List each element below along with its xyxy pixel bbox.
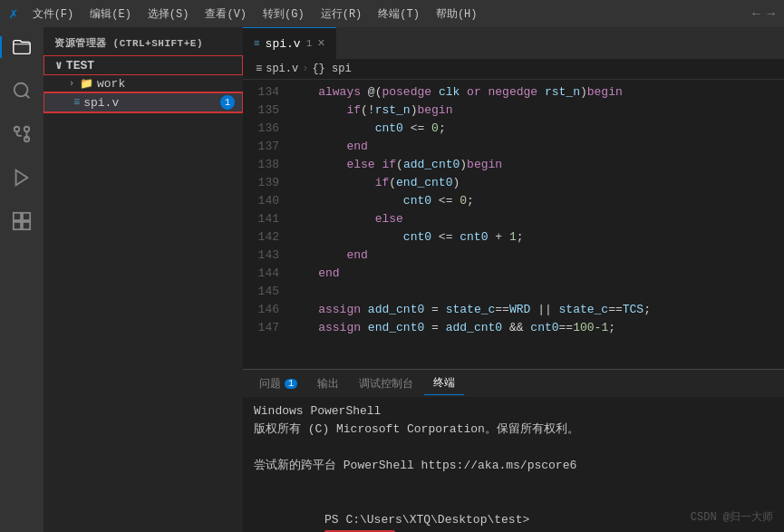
svg-line-2 [25,94,29,98]
menu-select[interactable]: 选择(S) [140,5,197,24]
run-debug-icon[interactable] [9,165,34,190]
collapse-icon: ∨ [55,58,63,73]
tab-debug-console[interactable]: 调试控制台 [350,372,422,395]
back-icon[interactable]: ← [752,6,760,21]
code-line-137: end [286,138,784,156]
tab-terminal[interactable]: 终端 [424,372,464,395]
terminal-panel: 问题 1 输出 调试控制台 终端 Windows PowerShell 版权所有… [243,369,784,532]
panel-tab-bar: 问题 1 输出 调试控制台 终端 [243,370,784,397]
watermark: CSDN @归一大师 [691,509,773,525]
menu-bar[interactable]: 文件(F) 编辑(E) 选择(S) 查看(V) 转到(G) 运行(R) 终端(T… [25,5,485,24]
menu-view[interactable]: 查看(V) [198,5,254,24]
svg-marker-6 [16,170,28,186]
expand-icon: › [69,79,74,89]
forward-icon[interactable]: → [768,6,775,21]
explorer-icon[interactable] [9,34,34,60]
menu-goto[interactable]: 转到(G) [256,5,312,24]
nav-buttons: ← → [752,6,775,21]
spi-tab[interactable]: ≡ spi.v 1 × [243,27,336,59]
spi-file[interactable]: ≡ spi.v 1 [44,92,243,112]
file-badge: 1 [220,95,235,110]
breadcrumb-sep: › [302,63,308,75]
search-icon[interactable] [9,78,34,103]
breadcrumb-symbol: {} spi [312,63,351,75]
svg-rect-0 [14,44,30,44]
debug-console-label: 调试控制台 [359,376,413,392]
code-line-140: cnt0 <= 0; [286,192,784,210]
work-folder-label: work [97,77,125,91]
main-layout: 资源管理器 (Ctrl+Shift+E) ∨ TEST › 📁 work ≡ s… [0,27,784,532]
file-icon: ≡ [73,96,80,109]
code-line-139: if(end_cnt0) [286,174,784,192]
menu-edit[interactable]: 编辑(E) [82,5,139,24]
breadcrumb-icon: ≡ [256,63,262,75]
code-lines: always @(posedge clk or negedge rst_n)be… [286,80,784,369]
tab-file-icon: ≡ [254,38,260,49]
extensions-icon[interactable] [9,208,34,234]
svg-point-3 [15,127,20,132]
code-line-135: if(!rst_n)begin [286,102,784,120]
problems-label: 问题 [259,376,281,392]
root-folder-label: TEST [66,59,94,73]
root-folder[interactable]: ∨ TEST [44,55,243,75]
terminal-label: 终端 [433,375,455,391]
vscode-icon: ✗ [9,5,18,23]
code-line-145 [286,283,784,301]
tab-output[interactable]: 输出 [308,372,348,395]
tab-bar: ≡ spi.v 1 × [243,27,784,59]
code-editor: 134 135 136 137 138 139 140 141 142 143 … [243,80,784,369]
problems-badge: 1 [285,379,297,389]
code-line-147: assign end_cnt0 = add_cnt0 && cnt0==100-… [286,319,784,337]
terminal-prompt: PS C:\Users\XTQ\Desktop\test> [324,513,537,527]
terminal-line-3 [254,439,773,457]
close-tab-icon[interactable]: × [317,36,324,51]
code-line-136: cnt0 <= 0; [286,120,784,138]
menu-file[interactable]: 文件(F) [25,5,82,24]
code-line-146: assign add_cnt0 = state_c==WRD || state_… [286,301,784,319]
terminal-line-2: 版权所有 (C) Microsoft Corporation。保留所有权利。 [254,421,773,439]
sidebar: 资源管理器 (Ctrl+Shift+E) ∨ TEST › 📁 work ≡ s… [44,27,243,532]
breadcrumb: ≡ spi.v › {} spi [243,59,784,80]
editor-area: ≡ spi.v 1 × ≡ spi.v › {} spi 134 135 136… [243,27,784,532]
file-tree: ∨ TEST › 📁 work ≡ spi.v 1 [44,55,243,532]
code-line-134: always @(posedge clk or negedge rst_n)be… [286,83,784,102]
work-folder[interactable]: › 📁 work [44,75,243,92]
activity-bar [0,27,44,532]
svg-rect-8 [23,213,30,220]
breadcrumb-file: spi.v [266,63,298,75]
svg-rect-10 [23,222,30,229]
code-line-138: else if(add_cnt0)begin [286,156,784,174]
code-line-144: end [286,265,784,283]
terminal-line-4: 尝试新的跨平台 PowerShell https://aka.ms/pscore… [254,457,773,475]
output-label: 输出 [317,376,339,392]
svg-rect-7 [14,213,21,220]
svg-point-1 [15,83,28,97]
line-numbers: 134 135 136 137 138 139 140 141 142 143 … [243,80,286,369]
svg-point-5 [24,127,30,132]
code-line-142: cnt0 <= cnt0 + 1; [286,228,784,247]
spi-file-label: spi.v [83,96,217,110]
svg-rect-9 [14,222,21,229]
code-line-141: else [286,210,784,228]
menu-terminal[interactable]: 终端(T) [371,5,427,24]
folder-icon: 📁 [80,77,93,91]
tab-problems[interactable]: 问题 1 [250,372,306,395]
tab-number: 1 [306,38,313,49]
menu-run[interactable]: 运行(R) [314,5,370,24]
sidebar-header: 资源管理器 (Ctrl+Shift+E) [44,27,243,55]
tab-label: spi.v [266,37,301,51]
menu-help[interactable]: 帮助(H) [429,5,485,24]
title-bar: ✗ 文件(F) 编辑(E) 选择(S) 查看(V) 转到(G) 运行(R) 终端… [0,0,784,27]
code-line-143: end [286,247,784,265]
terminal-line-5 [254,475,773,493]
terminal-line-1: Windows PowerShell [254,402,773,421]
source-control-icon[interactable] [9,121,34,147]
